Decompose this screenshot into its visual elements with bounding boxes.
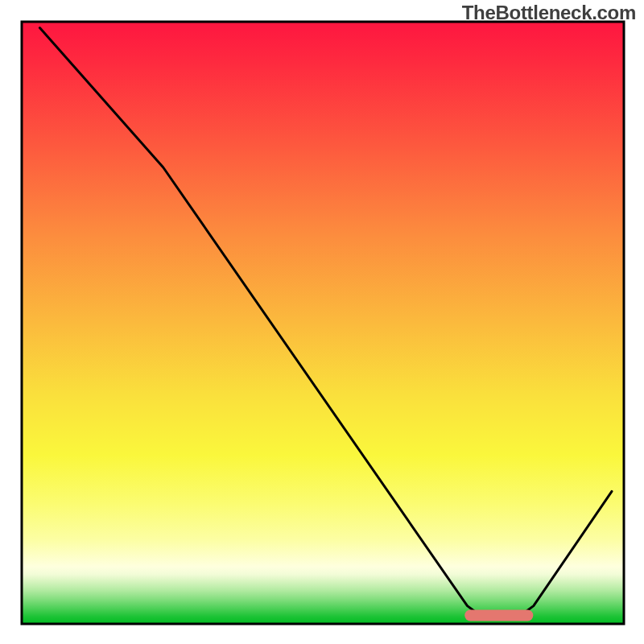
watermark-text: TheBottleneck.com <box>462 2 636 24</box>
bottleneck-chart <box>0 0 644 644</box>
chart-container: TheBottleneck.com <box>0 0 644 644</box>
plot-background-gradient <box>22 22 624 624</box>
